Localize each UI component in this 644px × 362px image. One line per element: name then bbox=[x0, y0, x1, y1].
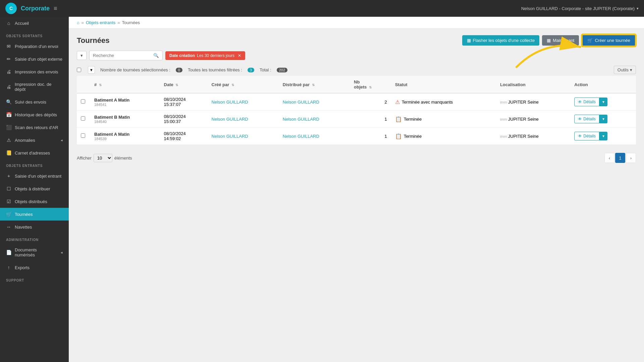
page-1-button[interactable]: 1 bbox=[615, 153, 625, 163]
detail-button[interactable]: 👁 Détails bbox=[574, 132, 599, 140]
tools-button[interactable]: Outils ▾ bbox=[614, 66, 636, 74]
col-date[interactable]: Date ⇅ bbox=[160, 76, 208, 93]
row-nb-objets-cell: 2 bbox=[350, 93, 391, 111]
row-nb-objets: 1 bbox=[384, 117, 387, 122]
main-content: ⌂ » Objets entrants » Tournées Tournées … bbox=[69, 17, 644, 362]
row-loc-prefix: imm bbox=[500, 134, 508, 138]
sidebar-item-documents[interactable]: 📄 Documents numérisés ◂ bbox=[0, 244, 69, 261]
sidebar-item-historique[interactable]: 📅 Historique des dépôts bbox=[0, 108, 69, 121]
sidebar-item-preparation[interactable]: ✉ Préparation d'un envoi bbox=[0, 40, 69, 53]
row-created-by-cell: Nelson GUILLARD bbox=[208, 93, 279, 111]
sidebar-item-label: Objets distribués bbox=[15, 199, 47, 204]
sidebar-item-impression-depot[interactable]: 🖨 Impression doc. de dépôt bbox=[0, 78, 69, 96]
col-num[interactable]: # ⇅ bbox=[90, 76, 160, 93]
row-date-cell: 08/10/2024 14:59:02 bbox=[160, 128, 208, 145]
row-localisation: JUPITER Seine bbox=[508, 134, 539, 139]
row-checkbox[interactable] bbox=[81, 133, 85, 138]
row-statut-label: Terminée avec manquants bbox=[402, 100, 453, 105]
detail-dropdown-button[interactable]: ▾ bbox=[599, 115, 607, 123]
eye-icon: 👁 bbox=[578, 100, 582, 104]
send-icon: ✉ bbox=[6, 44, 11, 49]
detail-dropdown-button[interactable]: ▾ bbox=[599, 98, 607, 106]
sidebar-item-exports[interactable]: ↑ Exports bbox=[0, 261, 69, 274]
home-breadcrumb-icon[interactable]: ⌂ bbox=[77, 20, 79, 25]
sidebar-item-carnet[interactable]: 📒 Carnet d'adresses bbox=[0, 146, 69, 159]
user-menu[interactable]: Nelson GUILLARD - Corporate - site JUPIT… bbox=[521, 6, 639, 11]
col-statut[interactable]: Statut bbox=[391, 76, 496, 93]
col-cree-par[interactable]: Créé par ⇅ bbox=[208, 76, 279, 93]
hamburger-icon[interactable]: ≡ bbox=[54, 5, 57, 12]
sidebar-item-navettes[interactable]: ↔ Navettes bbox=[0, 221, 69, 233]
filtered-label: Toutes les tournées filtrées : bbox=[188, 67, 242, 72]
sidebar-item-impression-envois[interactable]: 🖨 Impression des envois bbox=[0, 65, 69, 78]
table-wrapper: # ⇅ Date ⇅ Créé par ⇅ Distribué par ⇅ Nb… bbox=[69, 76, 644, 150]
sidebar-item-accueil[interactable]: ⌂ Accueil bbox=[0, 17, 69, 29]
sidebar-item-anomalies[interactable]: ⚠ Anomalies ◂ bbox=[0, 134, 69, 146]
row-nb-objets-cell: 1 bbox=[350, 111, 391, 128]
col-localisation[interactable]: Localisation bbox=[496, 76, 570, 93]
row-checkbox[interactable] bbox=[81, 116, 85, 121]
outbox-icon: ☑ bbox=[6, 199, 11, 204]
row-checkbox[interactable] bbox=[81, 99, 85, 104]
search-icon: 🔍 bbox=[6, 99, 11, 105]
prev-page-button[interactable]: ‹ bbox=[604, 153, 614, 163]
row-distributed-by-cell: Nelson GUILLARD bbox=[279, 111, 350, 128]
show-select: Afficher 10 25 50 100 éléments bbox=[77, 154, 132, 162]
sidebar-item-suivi[interactable]: 🔍 Suivi des envois bbox=[0, 96, 69, 108]
sidebar-item-saisie-externe[interactable]: ✏ Saisie d'un objet externe bbox=[0, 53, 69, 65]
row-nb-objets-cell: 1 bbox=[350, 128, 391, 145]
col-action: Action bbox=[570, 76, 636, 93]
scan-icon: ⬛ bbox=[6, 125, 11, 130]
sidebar-section-admin: ADMINISTRATION bbox=[0, 233, 69, 244]
sidebar-item-scan-ar[interactable]: ⬛ Scan des retours d'AR bbox=[0, 121, 69, 134]
active-filter-badge[interactable]: Date création Les 30 derniers jours ✕ bbox=[165, 51, 245, 60]
brand-name: Corporate bbox=[21, 5, 50, 12]
detail-button[interactable]: 👁 Détails bbox=[574, 98, 599, 106]
home-icon: ⌂ bbox=[6, 20, 11, 26]
sidebar-item-label: Scan des retours d'AR bbox=[15, 125, 58, 130]
search-input[interactable] bbox=[90, 51, 150, 60]
create-tournee-button[interactable]: 🛒 Créer une tournée bbox=[582, 34, 636, 47]
sidebar-item-objets-distribues[interactable]: ☑ Objets distribués bbox=[0, 195, 69, 208]
row-id-cell: Batiment A Matin 184541 bbox=[90, 93, 160, 111]
breadcrumb: ⌂ » Objets entrants » Tournées bbox=[69, 17, 644, 29]
per-page-select[interactable]: 10 25 50 100 bbox=[94, 154, 112, 162]
breadcrumb-objets-entrants[interactable]: Objets entrants bbox=[86, 20, 115, 25]
sidebar-item-label: Navettes bbox=[15, 225, 32, 230]
row-distributed-by[interactable]: Nelson GUILLARD bbox=[283, 134, 319, 139]
cart-icon: 🛒 bbox=[6, 212, 11, 217]
now-button[interactable]: ▦ Maintenant bbox=[542, 35, 579, 46]
detail-button[interactable]: 👁 Détails bbox=[574, 115, 599, 123]
next-page-button[interactable]: › bbox=[626, 153, 636, 163]
filter-toggle-icon: ▾ bbox=[80, 53, 83, 58]
sidebar-item-label: Objets à distribuer bbox=[15, 186, 50, 191]
row-title: Batiment A Matin bbox=[94, 98, 156, 103]
bulk-actions-button[interactable]: ▾ bbox=[88, 66, 95, 74]
row-checkbox-cell bbox=[77, 93, 90, 111]
sidebar-item-saisie-entrant[interactable]: + Saisie d'un objet entrant bbox=[0, 170, 69, 182]
row-distributed-by[interactable]: Nelson GUILLARD bbox=[283, 100, 319, 105]
sidebar-section-entrants: OBJETS ENTRANTS bbox=[0, 159, 69, 170]
detail-dropdown-button[interactable]: ▾ bbox=[599, 132, 607, 140]
col-nb-objets[interactable]: Nbobjets ⇅ bbox=[350, 76, 391, 93]
header-buttons: ▦ Flasher les objets d'une collecte ▦ Ma… bbox=[462, 34, 636, 47]
show-label: Afficher bbox=[77, 156, 92, 161]
filter-close-icon[interactable]: ✕ bbox=[238, 53, 241, 58]
flash-objects-button[interactable]: ▦ Flasher les objets d'une collecte bbox=[462, 35, 540, 46]
row-distributed-by[interactable]: Nelson GUILLARD bbox=[283, 117, 319, 122]
sidebar-item-objets-distribuer[interactable]: ☐ Objets à distribuer bbox=[0, 182, 69, 195]
sidebar-item-tournees[interactable]: 🛒 Tournées bbox=[0, 208, 69, 221]
select-all-checkbox[interactable] bbox=[77, 68, 81, 72]
edit-icon: ✏ bbox=[6, 56, 11, 62]
row-time: 15:00:37 bbox=[164, 119, 204, 124]
user-label: Nelson GUILLARD - Corporate - site JUPIT… bbox=[521, 6, 635, 11]
filter-toggle-button[interactable]: ▾ bbox=[77, 51, 87, 60]
row-created-by[interactable]: Nelson GUILLARD bbox=[212, 134, 248, 139]
search-button[interactable]: 🔍 bbox=[150, 51, 162, 60]
col-distribue-par[interactable]: Distribué par ⇅ bbox=[279, 76, 350, 93]
row-created-by[interactable]: Nelson GUILLARD bbox=[212, 100, 248, 105]
row-created-by[interactable]: Nelson GUILLARD bbox=[212, 117, 248, 122]
export-icon: ↑ bbox=[6, 265, 11, 270]
row-statut: 📋 Terminée bbox=[395, 133, 492, 139]
row-localisation: JUPITER Seine bbox=[508, 100, 539, 105]
